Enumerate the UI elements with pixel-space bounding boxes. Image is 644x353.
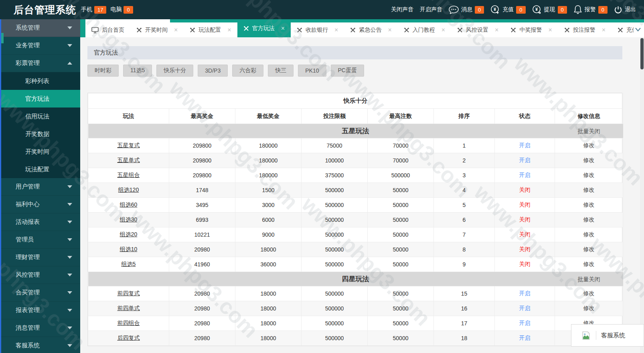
play-name-link[interactable]: 组选30 [120, 216, 138, 223]
game-button[interactable]: 快三 [268, 65, 294, 77]
game-button[interactable]: 11选5 [123, 65, 152, 77]
status-toggle-link[interactable]: 开启 [519, 290, 531, 296]
sidebar-item[interactable]: 理财管理 [1, 249, 80, 266]
play-name-link[interactable]: 组选10 [120, 246, 138, 252]
play-name-link[interactable]: 组选5 [122, 261, 136, 267]
sidebar-item[interactable]: 合买管理 [1, 284, 80, 302]
play-name-link[interactable]: 前四复式 [117, 290, 140, 296]
game-button[interactable]: 六合彩 [232, 65, 263, 77]
close-icon[interactable]: × [441, 26, 445, 34]
game-button[interactable]: PK10 [298, 65, 326, 77]
sidebar-item[interactable]: 彩票管理 [1, 55, 80, 72]
tab-item[interactable]: 充值 [612, 22, 634, 37]
tab-item[interactable]: 收款银行× [291, 22, 344, 37]
tab-item[interactable]: 投注报警× [558, 22, 612, 37]
play-name-link[interactable]: 五星组合 [117, 172, 140, 178]
sidebar-subitem[interactable]: 玩法配置 [1, 160, 80, 178]
customer-service-widget[interactable]: 客服系统 [571, 324, 644, 347]
tab-item[interactable]: 紧急公告× [344, 22, 397, 37]
game-button[interactable]: 3D/P3 [198, 65, 228, 77]
edit-link[interactable]: 修改 [583, 305, 595, 311]
sound-on-link[interactable]: 开启声音 [420, 6, 442, 13]
sidebar-subitem[interactable]: 官方玩法 [1, 90, 80, 108]
sidebar-subitem[interactable]: 开奖数据 [1, 125, 80, 143]
sidebar-item[interactable]: 管理员 [1, 231, 80, 249]
logout-button[interactable]: 退出 [614, 6, 636, 14]
close-icon[interactable]: × [495, 26, 498, 34]
edit-link[interactable]: 修改 [583, 172, 595, 178]
scrollbar-thumb[interactable] [640, 38, 644, 69]
close-icon[interactable]: × [388, 26, 391, 34]
tab-item[interactable]: 玩法配置× [184, 22, 237, 37]
play-name-link[interactable]: 前四组合 [117, 320, 140, 326]
sidebar-item[interactable]: 活动报表 [1, 213, 80, 231]
edit-link[interactable]: 修改 [583, 157, 595, 163]
sidebar-item[interactable]: 业务管理 [1, 37, 80, 55]
status-toggle-link[interactable]: 关闭 [519, 261, 531, 267]
tab-item[interactable]: 开奖时间× [130, 22, 184, 37]
tab-item[interactable]: 后台首页 [85, 22, 130, 37]
play-name-link[interactable]: 后四复式 [117, 335, 140, 341]
tab-active[interactable]: 官方玩法× [237, 19, 291, 37]
tab-item[interactable]: 风控设置× [451, 22, 504, 37]
sidebar-item[interactable]: 消息管理 [1, 319, 80, 337]
topbar-action-withdraw[interactable]: ¥提现0 [532, 5, 567, 14]
status-toggle-link[interactable]: 关闭 [519, 216, 531, 223]
play-name-link[interactable]: 组选60 [120, 201, 138, 208]
close-icon[interactable]: × [227, 26, 231, 34]
edit-link[interactable]: 修改 [583, 201, 595, 208]
status-toggle-link[interactable]: 开启 [519, 335, 531, 341]
play-name-link[interactable]: 前四单式 [117, 305, 140, 311]
status-toggle-link[interactable]: 关闭 [519, 187, 531, 193]
topbar-action-chat[interactable]: 消息0 [449, 6, 484, 14]
cell-value: 375000 [325, 172, 344, 179]
edit-link[interactable]: 修改 [583, 231, 595, 237]
sidebar-item[interactable]: 系统管理 [1, 19, 80, 37]
play-name-link[interactable]: 组选120 [118, 187, 139, 193]
tab-overflow-button[interactable] [635, 26, 641, 34]
topbar-action-bell[interactable]: 报警0 [573, 5, 608, 14]
status-toggle-link[interactable]: 关闭 [519, 246, 531, 252]
sidebar-subitem[interactable]: 彩种列表 [1, 72, 80, 90]
edit-link[interactable]: 修改 [583, 246, 595, 252]
play-name-link[interactable]: 组选20 [120, 231, 138, 237]
status-toggle-link[interactable]: 开启 [519, 157, 531, 163]
sidebar-item[interactable]: 用户管理 [1, 178, 80, 196]
tab-item[interactable]: 入门教程× [398, 22, 451, 37]
close-icon[interactable]: × [174, 26, 178, 34]
play-name-link[interactable]: 五星单式 [117, 157, 140, 163]
sidebar-subitem[interactable]: 开奖时间 [1, 143, 80, 160]
cell-value: 17 [461, 320, 468, 327]
sound-off-link[interactable]: 关闭声音 [391, 6, 413, 13]
game-button[interactable]: PC蛋蛋 [331, 65, 364, 77]
status-toggle-link[interactable]: 关闭 [519, 231, 531, 237]
sidebar-item[interactable]: 客服系统 [1, 337, 80, 353]
sidebar-item[interactable]: 报表管理 [1, 302, 80, 319]
edit-link[interactable]: 修改 [583, 187, 595, 193]
game-button[interactable]: 快乐十分 [156, 65, 193, 77]
status-toggle-link[interactable]: 开启 [519, 305, 531, 311]
edit-link[interactable]: 修改 [583, 142, 595, 148]
status-toggle-link[interactable]: 开启 [519, 142, 531, 148]
sidebar-item[interactable]: 风控管理 [1, 266, 80, 284]
close-icon[interactable]: × [548, 26, 552, 34]
cell-order: 15 [434, 286, 495, 301]
topbar-action-recharge[interactable]: ¥充值0 [490, 5, 525, 14]
close-icon[interactable]: × [334, 26, 338, 34]
edit-link[interactable]: 修改 [583, 290, 595, 296]
edit-link[interactable]: 修改 [583, 261, 595, 267]
tab-item[interactable]: 中奖报警× [504, 22, 558, 37]
sidebar-subitem[interactable]: 信用玩法 [1, 108, 80, 125]
status-toggle-link[interactable]: 开启 [519, 320, 531, 326]
close-icon[interactable]: × [281, 25, 285, 32]
game-button[interactable]: 时时彩 [87, 65, 119, 77]
close-icon[interactable]: × [602, 26, 606, 34]
status-toggle-link[interactable]: 开启 [519, 172, 531, 178]
batch-close-link[interactable]: 批量关闭 [555, 272, 623, 286]
play-name-link[interactable]: 五星复式 [117, 142, 140, 148]
cell-status: 关闭 [495, 257, 555, 272]
status-toggle-link[interactable]: 关闭 [519, 201, 531, 208]
edit-link[interactable]: 修改 [583, 216, 595, 223]
batch-close-link[interactable]: 批量关闭 [555, 124, 623, 138]
sidebar-item[interactable]: 福利中心 [1, 196, 80, 213]
